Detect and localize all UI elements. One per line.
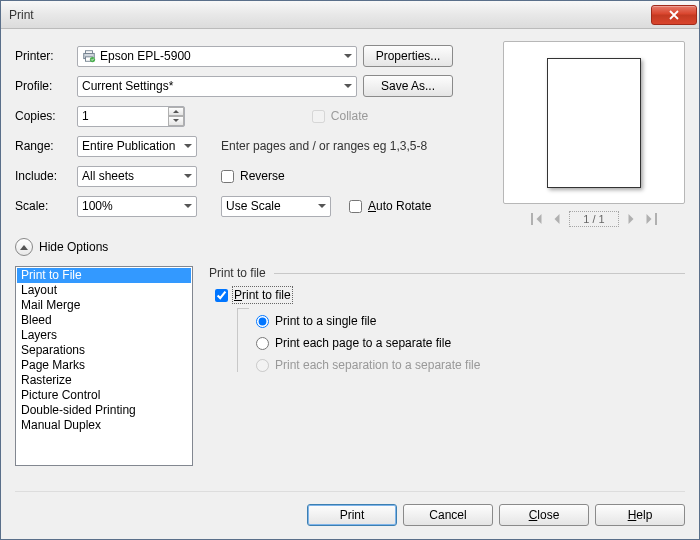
profile-label: Profile:	[15, 79, 71, 93]
reverse-checkbox[interactable]: Reverse	[221, 169, 285, 183]
copies-down-button[interactable]	[168, 116, 184, 126]
svg-rect-1	[86, 51, 93, 54]
options-item[interactable]: Picture Control	[17, 388, 191, 403]
collate-label: Collate	[331, 109, 368, 123]
scale-dropdown[interactable]: 100%	[77, 196, 197, 217]
help-button[interactable]: Help	[595, 504, 685, 526]
titlebar: Print	[1, 1, 699, 29]
radio-each-separation: Print each separation to a separate file	[256, 358, 685, 372]
profile-dropdown[interactable]: Current Settings*	[77, 76, 357, 97]
preview-page	[547, 58, 641, 188]
printer-label: Printer:	[15, 49, 71, 63]
radio-each-page[interactable]: Print each page to a separate file	[256, 336, 685, 350]
profile-value: Current Settings*	[82, 79, 173, 93]
range-label: Range:	[15, 139, 71, 153]
print-to-file-label: Print to file	[234, 288, 291, 302]
printer-value: Epson EPL-5900	[100, 49, 191, 63]
cancel-button[interactable]: Cancel	[403, 504, 493, 526]
include-label: Include:	[15, 169, 71, 183]
last-page-button[interactable]	[643, 211, 659, 227]
close-window-button[interactable]	[651, 5, 697, 25]
include-dropdown[interactable]: All sheets	[77, 166, 197, 187]
radio-single-file-label: Print to a single file	[275, 314, 376, 328]
page-indicator: 1 / 1	[569, 211, 619, 227]
copies-value: 1	[82, 109, 89, 123]
printer-dropdown[interactable]: Epson EPL-5900	[77, 46, 357, 67]
chevron-down-icon	[344, 84, 352, 88]
options-item[interactable]: Print to File	[17, 268, 191, 283]
copies-spinner[interactable]: 1	[77, 106, 185, 127]
close-button[interactable]: Close	[499, 504, 589, 526]
print-preview	[503, 41, 685, 204]
options-item[interactable]: Bleed	[17, 313, 191, 328]
auto-rotate-label: Auto Rotate	[368, 199, 431, 213]
chevron-down-icon	[344, 54, 352, 58]
first-page-button[interactable]	[529, 211, 545, 227]
hide-options-toggle[interactable]: Hide Options	[15, 238, 108, 256]
chevron-down-icon	[318, 204, 326, 208]
save-as-button[interactable]: Save As...	[363, 75, 453, 97]
reverse-label: Reverse	[240, 169, 285, 183]
collate-checkbox[interactable]: Collate	[312, 109, 368, 123]
radio-single-file[interactable]: Print to a single file	[256, 314, 685, 328]
hide-options-label: Hide Options	[39, 240, 108, 254]
auto-rotate-checkbox[interactable]: Auto Rotate	[349, 199, 431, 213]
include-value: All sheets	[82, 169, 134, 183]
print-dialog: Print Printer: Epson EPL-5900 Properties…	[0, 0, 700, 540]
range-value: Entire Publication	[82, 139, 175, 153]
scale-mode-value: Use Scale	[226, 199, 281, 213]
chevron-down-icon	[184, 174, 192, 178]
options-item[interactable]: Layers	[17, 328, 191, 343]
print-to-file-panel: Print to file Print to file Print to a s…	[209, 266, 685, 491]
printer-icon	[82, 49, 96, 63]
next-page-button[interactable]	[623, 211, 639, 227]
radio-each-separation-label: Print each separation to a separate file	[275, 358, 480, 372]
scale-mode-dropdown[interactable]: Use Scale	[221, 196, 331, 217]
options-item[interactable]: Layout	[17, 283, 191, 298]
scale-label: Scale:	[15, 199, 71, 213]
options-item[interactable]: Rasterize	[17, 373, 191, 388]
chevron-down-icon	[184, 144, 192, 148]
prev-page-button[interactable]	[549, 211, 565, 227]
options-item[interactable]: Separations	[17, 343, 191, 358]
range-dropdown[interactable]: Entire Publication	[77, 136, 197, 157]
preview-navigation: 1 / 1	[503, 208, 685, 230]
window-title: Print	[9, 8, 651, 22]
options-item[interactable]: Page Marks	[17, 358, 191, 373]
print-to-file-checkbox[interactable]: Print to file	[215, 288, 291, 302]
range-hint: Enter pages and / or ranges eg 1,3,5-8	[221, 139, 427, 153]
client-area: Printer: Epson EPL-5900 Properties... Pr…	[1, 29, 699, 539]
dialog-footer: Print Cancel Close Help	[15, 491, 685, 529]
scale-value: 100%	[82, 199, 113, 213]
chevron-up-icon	[15, 238, 33, 256]
panel-title: Print to file	[209, 266, 266, 280]
chevron-down-icon	[184, 204, 192, 208]
copies-up-button[interactable]	[168, 107, 184, 117]
radio-each-page-label: Print each page to a separate file	[275, 336, 451, 350]
copies-label: Copies:	[15, 109, 71, 123]
options-item[interactable]: Double-sided Printing	[17, 403, 191, 418]
divider	[274, 273, 685, 274]
options-listbox[interactable]: Print to FileLayoutMail MergeBleedLayers…	[15, 266, 193, 466]
close-icon	[669, 10, 679, 20]
print-button[interactable]: Print	[307, 504, 397, 526]
properties-button[interactable]: Properties...	[363, 45, 453, 67]
options-item[interactable]: Manual Duplex	[17, 418, 191, 433]
options-item[interactable]: Mail Merge	[17, 298, 191, 313]
